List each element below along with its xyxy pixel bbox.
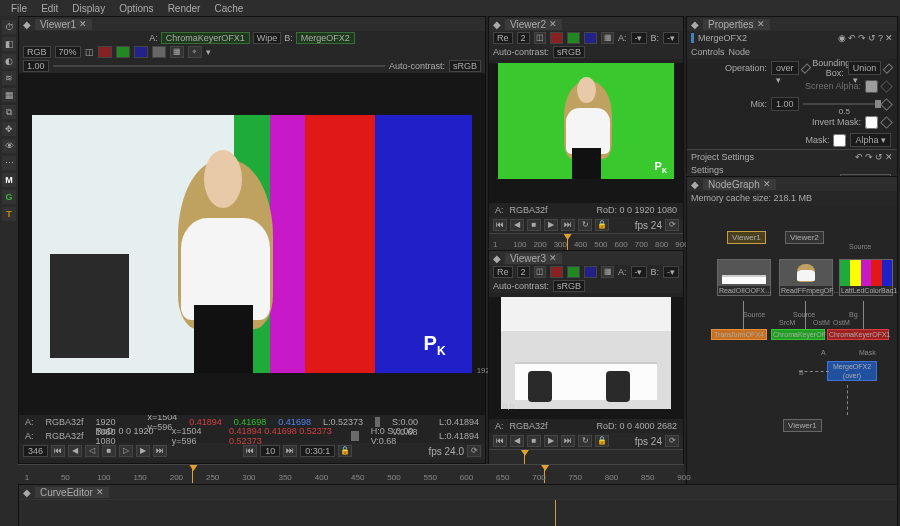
stop-icon[interactable]: ■ <box>102 445 116 457</box>
viewer2-viewport[interactable]: PK <box>489 63 683 203</box>
redo-icon[interactable]: ↷ <box>858 33 866 43</box>
b-toggle[interactable] <box>584 32 597 44</box>
first-frame-icon[interactable]: ⏮ <box>493 219 507 231</box>
last-frame-icon[interactable]: ⏭ <box>153 445 167 457</box>
close-icon[interactable]: ✕ <box>885 152 893 162</box>
r-toggle[interactable] <box>550 32 563 44</box>
mix-slider[interactable]: 0.5 <box>803 103 878 105</box>
viewer1-node[interactable]: Viewer1 <box>783 419 822 432</box>
undo-icon[interactable]: ↶ <box>855 152 863 162</box>
b-select[interactable]: -▾ <box>663 32 679 44</box>
sync-icon[interactable]: ⟳ <box>665 219 679 231</box>
colorspace-select[interactable]: sRGB <box>449 60 481 72</box>
checker-icon[interactable]: ▦ <box>601 32 614 44</box>
nodegraph-tab[interactable]: NodeGraph ✕ <box>703 179 776 190</box>
node-chromakeyer-b[interactable]: ChromaKeyerOFX1 <box>827 329 889 340</box>
keyframe-icon[interactable] <box>880 98 893 111</box>
viewer1-tag[interactable]: Viewer1 <box>727 231 766 244</box>
mask-checkbox[interactable] <box>833 134 846 147</box>
lock-icon[interactable]: 🔒 <box>595 435 609 447</box>
undo-icon[interactable]: ↶ <box>848 33 856 43</box>
node-readffmpeg[interactable]: ReadFFmpegOF… <box>779 259 833 296</box>
play-icon[interactable]: ▶ <box>544 219 558 231</box>
tool-color-icon[interactable]: ◐ <box>2 54 16 68</box>
tool-merge-icon[interactable]: ⧉ <box>2 105 16 119</box>
subtab-settings[interactable]: Settings <box>691 165 724 175</box>
proj-settings-tab[interactable]: Project Settings <box>691 152 754 162</box>
a-toggle[interactable] <box>152 46 166 58</box>
keyframe-icon[interactable] <box>800 63 810 73</box>
pin-icon[interactable]: ◆ <box>493 19 501 30</box>
a-select[interactable]: -▾ <box>631 32 647 44</box>
menu-options[interactable]: Options <box>114 3 158 14</box>
range-field[interactable]: 0:30:1 <box>300 445 335 457</box>
mask-select[interactable]: Alpha ▾ <box>850 133 891 147</box>
screen-alpha-checkbox[interactable] <box>865 80 878 93</box>
next-key-icon[interactable]: ⏭ <box>283 445 297 457</box>
properties-tab[interactable]: Properties ✕ <box>703 19 770 30</box>
subtab-controls[interactable]: Controls <box>691 47 725 57</box>
step-fwd-icon[interactable]: ▷ <box>119 445 133 457</box>
reset-icon[interactable]: ↺ <box>875 152 883 162</box>
play-rev-icon[interactable]: ◀ <box>68 445 82 457</box>
play-icon[interactable]: ▶ <box>544 435 558 447</box>
viewer2-tag[interactable]: Viewer2 <box>785 231 824 244</box>
alpha-select[interactable]: 70% <box>55 46 81 58</box>
nodegraph-canvas[interactable]: Viewer1 Viewer2 Source ReadOIIOOFX… Read… <box>687 205 897 525</box>
g-toggle[interactable] <box>567 32 580 44</box>
node-readoiio[interactable]: ReadOIIOOFX… <box>717 259 771 296</box>
close-icon[interactable]: ✕ <box>96 487 104 497</box>
viewer1-viewport[interactable]: PK 192 <box>19 73 485 415</box>
clip-icon[interactable]: ◫ <box>534 32 547 44</box>
last-frame-icon[interactable]: ⏭ <box>561 435 575 447</box>
main-timeline[interactable]: 1501001502002503003504004505005506006507… <box>18 464 684 484</box>
stop-icon[interactable]: ■ <box>527 435 541 447</box>
tool-views-icon[interactable]: 👁 <box>2 139 16 153</box>
b-select[interactable]: -▾ <box>663 266 679 278</box>
clip-icon[interactable]: ◫ <box>85 47 94 57</box>
tool-t[interactable]: T <box>2 207 16 221</box>
play-icon[interactable]: ▶ <box>136 445 150 457</box>
frame-field[interactable]: 346 <box>23 445 48 457</box>
clip-icon[interactable]: ◫ <box>534 266 547 278</box>
reset-icon[interactable]: ↺ <box>868 33 876 43</box>
colorspace-select[interactable]: sRGB <box>553 280 585 292</box>
tool-keyer-icon[interactable]: ▦ <box>2 88 16 102</box>
menu-render[interactable]: Render <box>163 3 206 14</box>
crumb-node-b[interactable]: MergeOFX2 <box>296 32 355 44</box>
close-icon[interactable]: ✕ <box>757 19 765 29</box>
play-rev-icon[interactable]: ◀ <box>510 435 524 447</box>
tool-filter-icon[interactable]: ≋ <box>2 71 16 85</box>
first-frame-icon[interactable]: ⏮ <box>51 445 65 457</box>
last-frame-icon[interactable]: ⏭ <box>561 219 575 231</box>
prev-key-icon[interactable]: ⏮ <box>243 445 257 457</box>
channel-select[interactable]: 2 <box>517 266 530 278</box>
subtab-node[interactable]: Node <box>729 47 751 57</box>
pin-icon[interactable]: ◆ <box>23 487 31 498</box>
curve-ruler[interactable] <box>19 499 897 526</box>
tool-m[interactable]: M <box>2 173 16 187</box>
menu-display[interactable]: Display <box>67 3 110 14</box>
a-select[interactable]: -▾ <box>631 266 647 278</box>
mix-value[interactable]: 1.00 <box>771 97 799 111</box>
viewer1-tab[interactable]: Viewer1 ✕ <box>35 19 92 30</box>
step-field[interactable]: 10 <box>260 445 280 457</box>
pin-icon[interactable]: ◆ <box>691 19 699 30</box>
layer-select[interactable]: Re <box>493 32 513 44</box>
bbox-select[interactable]: Union ▾ <box>848 61 882 75</box>
close-icon[interactable]: ✕ <box>549 253 557 263</box>
help-icon[interactable]: ? <box>878 33 883 43</box>
stop-icon[interactable]: ■ <box>527 219 541 231</box>
checker-icon[interactable]: ▦ <box>170 46 184 58</box>
sync-icon[interactable]: ⟳ <box>665 435 679 447</box>
curve-playhead[interactable] <box>555 500 556 526</box>
r-toggle[interactable] <box>98 46 112 58</box>
picker-icon[interactable]: ⌖ <box>188 46 202 58</box>
lock-icon[interactable]: 🔒 <box>595 219 609 231</box>
gain-field[interactable]: 1.00 <box>23 60 49 72</box>
pin-icon[interactable]: ◆ <box>691 179 699 190</box>
tool-channel-icon[interactable]: ◧ <box>2 37 16 51</box>
keyframe-icon[interactable] <box>880 116 893 129</box>
viewer2-timeline[interactable]: 1100200300400500600700800900 <box>489 233 683 251</box>
tool-time-icon[interactable]: ⏱ <box>2 20 16 34</box>
